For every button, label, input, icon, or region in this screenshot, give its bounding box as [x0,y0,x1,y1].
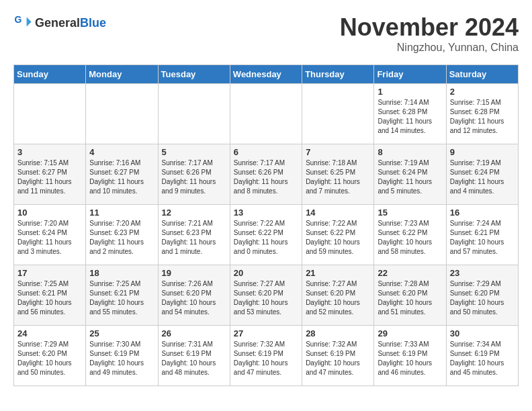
svg-marker-1 [27,17,32,27]
calendar-day-cell: 24Sunrise: 7:29 AM Sunset: 6:20 PM Dayli… [14,326,86,386]
calendar-day-cell [302,84,374,144]
calendar-day-cell: 23Sunrise: 7:29 AM Sunset: 6:20 PM Dayli… [446,265,518,326]
day-number: 21 [306,268,370,278]
title-area: November 2024 Ningzhou, Yunnan, China [340,13,519,54]
calendar-day-cell: 14Sunrise: 7:22 AM Sunset: 6:22 PM Dayli… [302,205,374,265]
page-header: G GeneralBlue November 2024 Ningzhou, Yu… [13,13,519,54]
calendar-day-cell: 15Sunrise: 7:23 AM Sunset: 6:22 PM Dayli… [374,205,446,265]
day-info: Sunrise: 7:29 AM Sunset: 6:20 PM Dayligh… [17,340,82,377]
day-info: Sunrise: 7:31 AM Sunset: 6:19 PM Dayligh… [162,340,226,377]
calendar-week-row: 10Sunrise: 7:20 AM Sunset: 6:24 PM Dayli… [14,205,519,265]
calendar-day-cell [86,84,158,144]
day-info: Sunrise: 7:25 AM Sunset: 6:21 PM Dayligh… [89,279,154,317]
month-title: November 2024 [340,13,519,42]
calendar-day-cell: 1Sunrise: 7:14 AM Sunset: 6:28 PM Daylig… [374,84,446,144]
day-number: 3 [17,147,82,157]
weekday-header-cell: Saturday [446,65,518,84]
day-info: Sunrise: 7:33 AM Sunset: 6:19 PM Dayligh… [378,340,442,377]
day-number: 16 [450,208,515,218]
calendar-week-row: 24Sunrise: 7:29 AM Sunset: 6:20 PM Dayli… [14,326,519,386]
calendar-day-cell: 19Sunrise: 7:26 AM Sunset: 6:20 PM Dayli… [158,265,230,326]
calendar-day-cell: 16Sunrise: 7:24 AM Sunset: 6:21 PM Dayli… [446,205,518,265]
day-info: Sunrise: 7:29 AM Sunset: 6:20 PM Dayligh… [450,279,515,317]
day-info: Sunrise: 7:25 AM Sunset: 6:21 PM Dayligh… [17,279,82,317]
day-number: 17 [17,268,82,278]
day-info: Sunrise: 7:28 AM Sunset: 6:20 PM Dayligh… [378,279,442,317]
day-info: Sunrise: 7:20 AM Sunset: 6:24 PM Dayligh… [17,219,82,257]
calendar-day-cell: 29Sunrise: 7:33 AM Sunset: 6:19 PM Dayli… [374,326,446,386]
calendar-day-cell: 25Sunrise: 7:30 AM Sunset: 6:19 PM Dayli… [86,326,158,386]
calendar-day-cell [158,84,230,144]
logo-text-blue: Blue [80,16,106,30]
weekday-header-cell: Sunday [14,65,86,84]
calendar-day-cell: 5Sunrise: 7:17 AM Sunset: 6:26 PM Daylig… [158,144,230,205]
day-info: Sunrise: 7:19 AM Sunset: 6:24 PM Dayligh… [378,158,442,196]
day-number: 8 [378,147,442,157]
weekday-header-cell: Friday [374,65,446,84]
calendar-day-cell: 9Sunrise: 7:19 AM Sunset: 6:24 PM Daylig… [446,144,518,205]
calendar-day-cell: 3Sunrise: 7:15 AM Sunset: 6:27 PM Daylig… [14,144,86,205]
day-number: 5 [162,147,226,157]
calendar-day-cell: 7Sunrise: 7:18 AM Sunset: 6:25 PM Daylig… [302,144,374,205]
day-number: 12 [162,208,226,218]
day-number: 4 [89,147,154,157]
calendar-day-cell: 8Sunrise: 7:19 AM Sunset: 6:24 PM Daylig… [374,144,446,205]
day-number: 28 [306,328,370,338]
calendar-day-cell: 21Sunrise: 7:27 AM Sunset: 6:20 PM Dayli… [302,265,374,326]
day-number: 15 [378,208,442,218]
day-info: Sunrise: 7:22 AM Sunset: 6:22 PM Dayligh… [306,219,370,257]
day-info: Sunrise: 7:24 AM Sunset: 6:21 PM Dayligh… [450,219,515,257]
day-info: Sunrise: 7:23 AM Sunset: 6:22 PM Dayligh… [378,219,442,257]
day-info: Sunrise: 7:15 AM Sunset: 6:28 PM Dayligh… [450,98,515,136]
day-info: Sunrise: 7:16 AM Sunset: 6:27 PM Dayligh… [89,158,154,196]
calendar-week-row: 3Sunrise: 7:15 AM Sunset: 6:27 PM Daylig… [14,144,519,205]
calendar-day-cell: 22Sunrise: 7:28 AM Sunset: 6:20 PM Dayli… [374,265,446,326]
day-number: 20 [234,268,298,278]
logo-text-general: General [35,16,80,30]
calendar-day-cell: 17Sunrise: 7:25 AM Sunset: 6:21 PM Dayli… [14,265,86,326]
day-info: Sunrise: 7:15 AM Sunset: 6:27 PM Dayligh… [17,158,82,196]
day-info: Sunrise: 7:17 AM Sunset: 6:26 PM Dayligh… [234,158,298,196]
calendar-day-cell: 18Sunrise: 7:25 AM Sunset: 6:21 PM Dayli… [86,265,158,326]
weekday-header-cell: Thursday [302,65,374,84]
day-info: Sunrise: 7:34 AM Sunset: 6:19 PM Dayligh… [450,340,515,377]
svg-text:G: G [14,14,21,25]
day-number: 27 [234,328,298,338]
weekday-header-cell: Wednesday [230,65,302,84]
day-number: 30 [450,328,515,338]
day-number: 22 [378,268,442,278]
calendar-day-cell: 6Sunrise: 7:17 AM Sunset: 6:26 PM Daylig… [230,144,302,205]
day-number: 18 [89,268,154,278]
day-number: 11 [89,208,154,218]
logo: G GeneralBlue [13,13,106,32]
day-number: 10 [17,208,82,218]
calendar-table: SundayMondayTuesdayWednesdayThursdayFrid… [13,64,519,386]
calendar-day-cell: 26Sunrise: 7:31 AM Sunset: 6:19 PM Dayli… [158,326,230,386]
calendar-day-cell: 4Sunrise: 7:16 AM Sunset: 6:27 PM Daylig… [86,144,158,205]
weekday-header-cell: Monday [86,65,158,84]
day-info: Sunrise: 7:18 AM Sunset: 6:25 PM Dayligh… [306,158,370,196]
day-number: 13 [234,208,298,218]
calendar-day-cell: 10Sunrise: 7:20 AM Sunset: 6:24 PM Dayli… [14,205,86,265]
calendar-body: 1Sunrise: 7:14 AM Sunset: 6:28 PM Daylig… [14,84,519,386]
day-number: 14 [306,208,370,218]
calendar-day-cell: 12Sunrise: 7:21 AM Sunset: 6:23 PM Dayli… [158,205,230,265]
day-info: Sunrise: 7:32 AM Sunset: 6:19 PM Dayligh… [306,340,370,377]
day-info: Sunrise: 7:27 AM Sunset: 6:20 PM Dayligh… [234,279,298,317]
day-number: 1 [378,87,442,97]
day-number: 19 [162,268,226,278]
calendar-day-cell: 27Sunrise: 7:32 AM Sunset: 6:19 PM Dayli… [230,326,302,386]
day-number: 23 [450,268,515,278]
day-info: Sunrise: 7:19 AM Sunset: 6:24 PM Dayligh… [450,158,515,196]
day-number: 9 [450,147,515,157]
day-number: 25 [89,328,154,338]
calendar-day-cell: 30Sunrise: 7:34 AM Sunset: 6:19 PM Dayli… [446,326,518,386]
weekday-header-cell: Tuesday [158,65,230,84]
calendar-day-cell: 13Sunrise: 7:22 AM Sunset: 6:22 PM Dayli… [230,205,302,265]
calendar-week-row: 17Sunrise: 7:25 AM Sunset: 6:21 PM Dayli… [14,265,519,326]
day-number: 6 [234,147,298,157]
day-info: Sunrise: 7:27 AM Sunset: 6:20 PM Dayligh… [306,279,370,317]
calendar-day-cell [230,84,302,144]
calendar-day-cell [14,84,86,144]
calendar-week-row: 1Sunrise: 7:14 AM Sunset: 6:28 PM Daylig… [14,84,519,144]
